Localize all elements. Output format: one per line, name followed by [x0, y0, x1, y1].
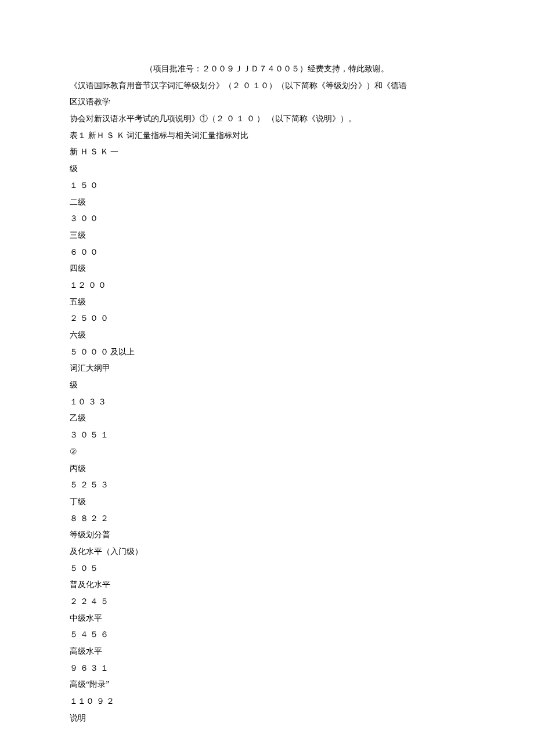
body-line: １２ ０ ０: [70, 277, 464, 294]
body-line: ３ ０ ０: [70, 211, 464, 227]
body-line: 级: [70, 377, 464, 394]
body-line: 普及化水平: [70, 577, 464, 594]
body-line: 中级水平: [70, 610, 464, 627]
header-acknowledgement: （项目批准号：２００９ＪＪＤ７４００５）经费支持，特此致谢。: [70, 61, 464, 78]
body-line: 丁级: [70, 494, 464, 511]
body-line: 三级: [70, 227, 464, 244]
body-line: 词汇大纲甲: [70, 360, 464, 377]
body-line: 协会对新汉语水平考试的几项说明》①（２ ０ １ ０ ） （以下简称《说明》）。: [70, 111, 464, 128]
header-text: （项目批准号：２００９ＪＪＤ７４００５）经费支持，特此致谢。: [70, 61, 464, 78]
body-line: 等级划分普: [70, 527, 464, 544]
body-block: 《汉语国际教育用音节汉字词汇等级划分》（２ ０ １０）（以下简称《等级划分》）和…: [70, 78, 464, 727]
body-line: 六级: [70, 327, 464, 344]
body-line: ②: [70, 444, 464, 461]
body-line: 《汉语国际教育用音节汉字词汇等级划分》（２ ０ １０）（以下简称《等级划分》）和…: [70, 78, 464, 95]
body-line: ８ ８ ２ ２: [70, 511, 464, 527]
body-line: 说明: [70, 710, 464, 727]
body-line: 二级: [70, 194, 464, 211]
body-line: １０ ３ ３: [70, 394, 464, 411]
body-line: ３ ０ ５ １: [70, 427, 464, 444]
body-line: １１０ ９ ２: [70, 693, 464, 710]
body-line: 乙级: [70, 410, 464, 427]
body-line: 新 Ｈ Ｓ Ｋ 一: [70, 144, 464, 161]
body-line: 五级: [70, 294, 464, 311]
body-line: ６ ０ ０: [70, 244, 464, 261]
body-line: 级: [70, 161, 464, 178]
body-line: 高级水平: [70, 643, 464, 660]
body-line: ５ ０ ０ ０ 及以上: [70, 344, 464, 361]
body-line: ５ ２ ５ ３: [70, 477, 464, 494]
body-line: ２ ５ ０ ０: [70, 310, 464, 327]
body-line: １ ５ ０: [70, 178, 464, 194]
body-line: ５ ０ ５: [70, 560, 464, 577]
body-line: 高级“附录”: [70, 677, 464, 693]
body-line: ９ ６ ３ １: [70, 660, 464, 677]
body-line: 表１ 新Ｈ Ｓ Ｋ 词汇量指标与相关词汇量指标对比: [70, 128, 464, 144]
body-line: 及化水平（入门级）: [70, 544, 464, 560]
body-line: 区汉语教学: [70, 94, 464, 111]
body-line: ５ ４ ５ ６: [70, 627, 464, 643]
body-line: 四级: [70, 261, 464, 277]
body-line: 丙级: [70, 461, 464, 478]
body-line: ２ ２ ４ ５: [70, 594, 464, 610]
